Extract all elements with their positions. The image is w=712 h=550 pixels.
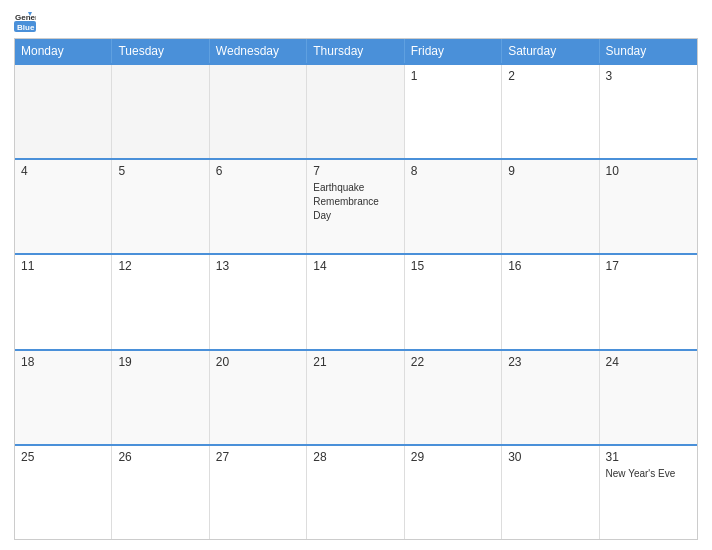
calendar-cell: 29 [405,446,502,539]
calendar-cell: 17 [600,255,697,348]
header: General Blue [14,10,698,32]
cell-date: 12 [118,259,202,273]
cell-date: 28 [313,450,397,464]
cell-date: 24 [606,355,691,369]
calendar-cell: 22 [405,351,502,444]
calendar-cell: 27 [210,446,307,539]
cell-date: 27 [216,450,300,464]
calendar-cell: 28 [307,446,404,539]
cell-date: 29 [411,450,495,464]
logo: General Blue [14,10,38,32]
cell-date: 16 [508,259,592,273]
calendar-cell: 5 [112,160,209,253]
calendar-page: General Blue MondayTuesdayWednesdayThurs… [0,0,712,550]
day-header-wednesday: Wednesday [210,39,307,63]
logo-icon: General Blue [14,10,36,32]
cell-date: 31 [606,450,691,464]
svg-text:Blue: Blue [17,23,35,32]
day-header-thursday: Thursday [307,39,404,63]
calendar-cell: 14 [307,255,404,348]
week-row-5: 25262728293031New Year's Eve [15,444,697,539]
calendar-cell: 8 [405,160,502,253]
cell-event: New Year's Eve [606,468,676,479]
cell-date: 7 [313,164,397,178]
day-header-sunday: Sunday [600,39,697,63]
week-row-2: 4567Earthquake Remembrance Day8910 [15,158,697,253]
calendar-cell: 1 [405,65,502,158]
calendar-cell: 2 [502,65,599,158]
cell-date: 25 [21,450,105,464]
cell-date: 6 [216,164,300,178]
calendar-cell [210,65,307,158]
cell-date: 10 [606,164,691,178]
cell-date: 20 [216,355,300,369]
cell-date: 19 [118,355,202,369]
calendar-cell: 7Earthquake Remembrance Day [307,160,404,253]
day-headers-row: MondayTuesdayWednesdayThursdayFridaySatu… [15,39,697,63]
svg-text:General: General [15,13,36,22]
calendar-cell: 16 [502,255,599,348]
calendar-cell: 4 [15,160,112,253]
calendar-cell: 13 [210,255,307,348]
calendar-cell: 6 [210,160,307,253]
cell-date: 4 [21,164,105,178]
calendar-cell: 26 [112,446,209,539]
cell-date: 18 [21,355,105,369]
calendar-cell: 23 [502,351,599,444]
calendar-cell: 25 [15,446,112,539]
cell-event: Earthquake Remembrance Day [313,182,379,221]
calendar-cell: 10 [600,160,697,253]
calendar-cell: 24 [600,351,697,444]
cell-date: 1 [411,69,495,83]
cell-date: 30 [508,450,592,464]
day-header-monday: Monday [15,39,112,63]
calendar-cell [15,65,112,158]
cell-date: 26 [118,450,202,464]
cell-date: 14 [313,259,397,273]
calendar-cell: 11 [15,255,112,348]
cell-date: 3 [606,69,691,83]
cell-date: 15 [411,259,495,273]
day-header-friday: Friday [405,39,502,63]
cell-date: 5 [118,164,202,178]
day-header-tuesday: Tuesday [112,39,209,63]
calendar-cell: 3 [600,65,697,158]
cell-date: 8 [411,164,495,178]
cell-date: 17 [606,259,691,273]
calendar-cell: 18 [15,351,112,444]
calendar-cell: 9 [502,160,599,253]
day-header-saturday: Saturday [502,39,599,63]
cell-date: 11 [21,259,105,273]
cell-date: 22 [411,355,495,369]
cell-date: 2 [508,69,592,83]
week-row-3: 11121314151617 [15,253,697,348]
week-row-4: 18192021222324 [15,349,697,444]
calendar-cell: 21 [307,351,404,444]
calendar-cell: 12 [112,255,209,348]
week-row-1: 123 [15,63,697,158]
cell-date: 23 [508,355,592,369]
calendar-grid: MondayTuesdayWednesdayThursdayFridaySatu… [14,38,698,540]
cell-date: 13 [216,259,300,273]
cell-date: 9 [508,164,592,178]
cell-date: 21 [313,355,397,369]
calendar-cell [307,65,404,158]
weeks-container: 1234567Earthquake Remembrance Day8910111… [15,63,697,539]
calendar-cell: 15 [405,255,502,348]
calendar-cell: 30 [502,446,599,539]
calendar-cell: 31New Year's Eve [600,446,697,539]
calendar-cell: 19 [112,351,209,444]
calendar-cell [112,65,209,158]
calendar-cell: 20 [210,351,307,444]
